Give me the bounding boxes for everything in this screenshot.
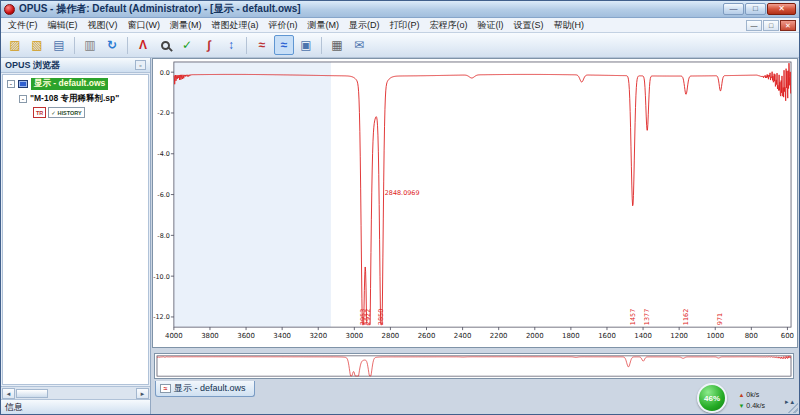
- x-tick-label: 800: [745, 332, 758, 340]
- repeat-measurement-icon-glyph: ↻: [107, 38, 117, 52]
- spectrum-chart-svg[interactable]: 4000380036003400320030002800260024002200…: [153, 59, 797, 347]
- quick-identity-icon-glyph: ✓: [182, 38, 192, 52]
- menu-item-7[interactable]: 评价(n): [264, 18, 303, 33]
- upload-speed: 0k/s: [746, 391, 759, 398]
- tab-scroll-up-icon[interactable]: ▴: [790, 398, 796, 405]
- x-tick-label: 3000: [345, 332, 363, 340]
- y-tick-label: -12.0: [153, 313, 170, 321]
- menu-item-8[interactable]: 测量(M): [303, 18, 345, 33]
- expander-icon[interactable]: -: [7, 80, 15, 88]
- quick-identity-icon[interactable]: ✓: [177, 35, 197, 55]
- menu-item-10[interactable]: 打印(P): [385, 18, 425, 33]
- tab-scroll-arrows[interactable]: ▸▴: [785, 398, 796, 406]
- toolbar-separator: [321, 37, 322, 54]
- scroll-right-icon[interactable]: ►: [136, 388, 149, 399]
- load-spectrum-icon[interactable]: ▧: [27, 35, 47, 55]
- scale-display-icon[interactable]: ≈: [274, 35, 294, 55]
- toolbar: ▨▧▤▥↻Λ✓∫↕≈≈▣▦✉: [1, 33, 799, 58]
- system-load-gauge[interactable]: 46%: [697, 383, 727, 413]
- menu-item-4[interactable]: 窗口(W): [123, 18, 166, 33]
- spectrum-chart[interactable]: 4000380036003400320030002800260024002200…: [152, 58, 798, 348]
- menu-item-9[interactable]: 显示(D): [344, 18, 385, 33]
- toolbar-separator: [127, 37, 128, 54]
- ab-tr-convert-icon[interactable]: ↕: [221, 35, 241, 55]
- peak-picking-icon[interactable]: Λ: [133, 35, 153, 55]
- peak-picking-icon-glyph: Λ: [139, 38, 147, 52]
- menu-bar: 文件(F)编辑(E)视图(V)窗口(W)测量(M)谱图处理(a)评价(n)测量(…: [1, 18, 799, 33]
- menu-item-13[interactable]: 设置(S): [509, 18, 549, 33]
- tree-root-label[interactable]: 显示 - default.ows: [31, 78, 108, 90]
- menu-item-12[interactable]: 验证(l): [473, 18, 509, 33]
- x-tick-label: 600: [781, 332, 794, 340]
- expander-icon[interactable]: -: [19, 95, 27, 103]
- x-tick-label: 2200: [490, 332, 508, 340]
- tree-file-row[interactable]: - "M-108 专用稀释剂.sp": [19, 93, 146, 105]
- y-tick-label: -4.0: [157, 150, 170, 158]
- upload-arrow-icon: ▲: [738, 392, 744, 398]
- tab-label: 显示 - default.ows: [174, 382, 246, 395]
- mdi-window-controls: — □ ✕: [746, 20, 799, 31]
- spectrum-search-icon[interactable]: [155, 35, 175, 55]
- tree-root-row[interactable]: - 显示 - default.ows: [7, 78, 146, 90]
- close-button[interactable]: ✕: [767, 3, 796, 15]
- highlight-region: [174, 62, 331, 327]
- menu-item-3[interactable]: 视图(V): [83, 18, 123, 33]
- x-tick-label: 1000: [706, 332, 724, 340]
- print-setup-icon[interactable]: ▤: [49, 35, 69, 55]
- x-tick-label: 2400: [454, 332, 472, 340]
- menu-item-6[interactable]: 谱图处理(a): [207, 18, 264, 33]
- workstation-icon[interactable]: ▦: [327, 35, 347, 55]
- menu-item-11[interactable]: 宏程序(o): [425, 18, 473, 33]
- page-layout-icon-glyph: ▣: [300, 38, 311, 52]
- browser-tree: - 显示 - default.ows - "M-108 专用稀释剂.sp" TR…: [2, 74, 149, 385]
- ab-tr-convert-icon-glyph: ↕: [228, 38, 234, 52]
- integration-icon[interactable]: ∫: [199, 35, 219, 55]
- menu-item-2[interactable]: 编辑(E): [43, 18, 83, 33]
- repeat-measurement-icon[interactable]: ↻: [102, 35, 122, 55]
- x-tick-label: 3400: [273, 332, 291, 340]
- peak-label: 1377: [643, 309, 651, 325]
- peak-label: 1162: [682, 309, 690, 325]
- sidebar-horizontal-scrollbar[interactable]: ◄ ►: [1, 386, 150, 399]
- spectrum-workspace: 4000380036003400320030002800260024002200…: [151, 58, 799, 414]
- overview-chart-svg[interactable]: [155, 354, 793, 378]
- menu-item-14[interactable]: 帮助(H): [549, 18, 590, 33]
- history-data-block-icon[interactable]: ✓ HISTORY: [48, 107, 84, 118]
- opus-browser-panel: OPUS 浏览器 ▫ - 显示 - default.ows - "M-108 专…: [1, 58, 151, 414]
- panel-pin-button[interactable]: ▫: [135, 60, 146, 70]
- open-file-icon[interactable]: ▨: [5, 35, 25, 55]
- menu-item-1[interactable]: 文件(F): [3, 18, 43, 33]
- minimize-button[interactable]: —: [723, 3, 744, 15]
- spectrum-overview-strip[interactable]: [154, 353, 794, 379]
- peak-label: 1457: [629, 309, 637, 325]
- display-spectrum-icon[interactable]: ≈: [252, 35, 272, 55]
- scroll-left-icon[interactable]: ◄: [2, 388, 15, 399]
- send-report-icon[interactable]: ✉: [349, 35, 369, 55]
- scrollbar-thumb[interactable]: [16, 389, 48, 398]
- tab-default-ows[interactable]: ≈ 显示 - default.ows: [155, 381, 255, 397]
- spectrum-line: [157, 356, 791, 376]
- mdi-close-button[interactable]: ✕: [780, 20, 796, 31]
- display-spectrum-icon-glyph: ≈: [259, 38, 266, 52]
- maximize-button[interactable]: □: [745, 3, 766, 15]
- page-layout-icon[interactable]: ▣: [296, 35, 316, 55]
- tree-file-label[interactable]: "M-108 专用稀释剂.sp": [30, 93, 119, 105]
- integration-icon-glyph: ∫: [207, 38, 210, 52]
- info-panel-bar[interactable]: 信息: [1, 399, 150, 414]
- scale-display-icon-glyph: ≈: [281, 38, 288, 52]
- x-tick-label: 1400: [634, 332, 652, 340]
- toolbar-separator: [74, 37, 75, 54]
- x-tick-label: 1800: [562, 332, 580, 340]
- menu-item-5[interactable]: 测量(M): [165, 18, 207, 33]
- mdi-restore-button[interactable]: □: [763, 20, 779, 31]
- browser-panel-title: OPUS 浏览器: [5, 59, 60, 72]
- title-bar: OPUS - 操作者: Default (Administrator) - [显…: [1, 1, 799, 18]
- opus-window: OPUS - 操作者: Default (Administrator) - [显…: [0, 0, 800, 415]
- mdi-minimize-button[interactable]: —: [746, 20, 762, 31]
- x-tick-label: 3800: [201, 332, 219, 340]
- open-file-icon-glyph: ▨: [9, 38, 20, 52]
- measurement-icon[interactable]: ▥: [80, 35, 100, 55]
- tr-data-block-icon[interactable]: TR: [33, 107, 46, 118]
- send-report-icon-glyph: ✉: [354, 38, 364, 52]
- workstation-icon-glyph: ▦: [331, 38, 342, 52]
